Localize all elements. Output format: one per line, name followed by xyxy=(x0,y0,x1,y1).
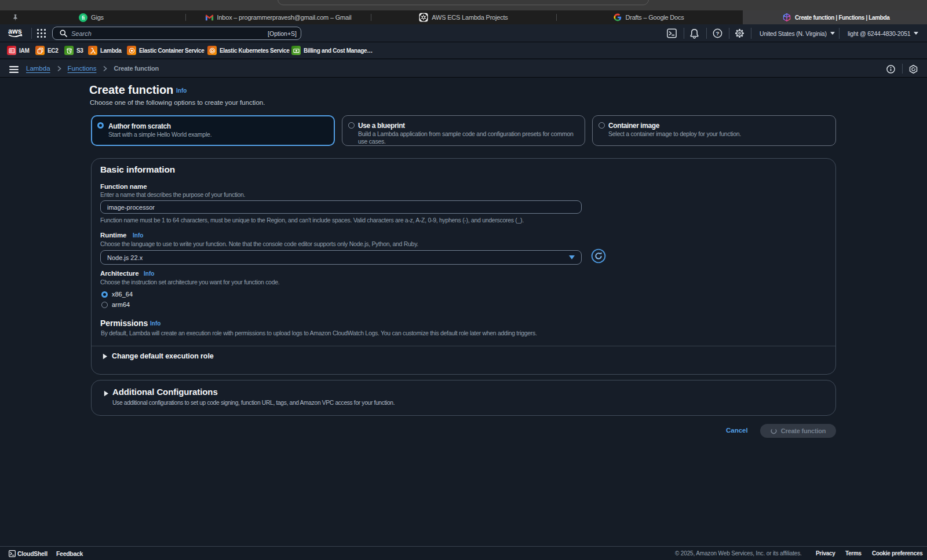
svg-text:?: ? xyxy=(716,30,719,36)
svg-text:aws: aws xyxy=(8,27,22,35)
svg-text:fi: fi xyxy=(82,14,85,20)
